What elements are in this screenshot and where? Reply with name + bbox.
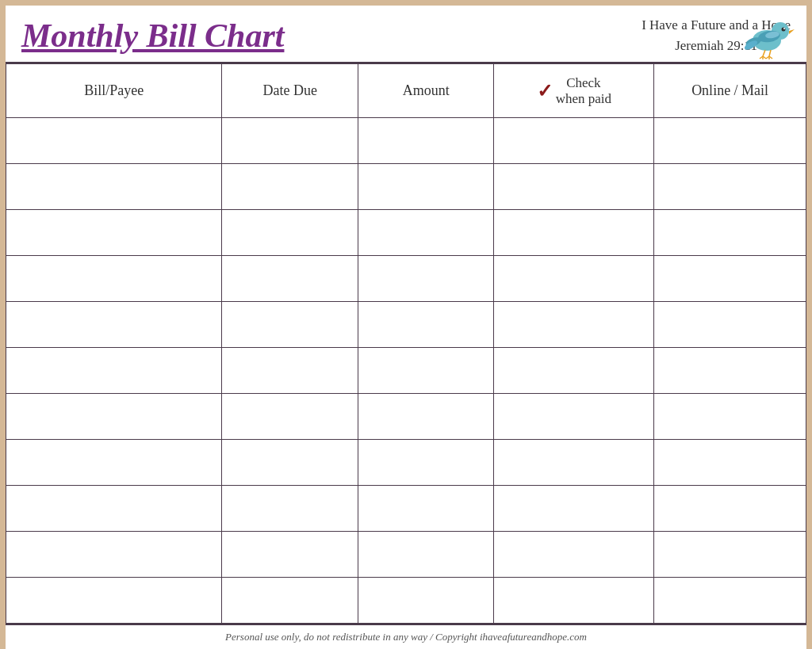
- table-cell[interactable]: [654, 210, 806, 256]
- table-cell[interactable]: [654, 578, 806, 624]
- table-cell[interactable]: [222, 578, 358, 624]
- table-row: [6, 256, 806, 302]
- table-cell[interactable]: [494, 302, 654, 348]
- table-row: [6, 486, 806, 532]
- table-cell[interactable]: [6, 256, 222, 302]
- table-cell[interactable]: [494, 578, 654, 624]
- table-header-row: Bill/Payee Date Due Amount ✓ Check w: [6, 64, 806, 118]
- table-cell[interactable]: [222, 118, 358, 164]
- table-cell[interactable]: [6, 532, 222, 578]
- table-cell[interactable]: [494, 210, 654, 256]
- table-row: [6, 578, 806, 624]
- table-cell[interactable]: [494, 256, 654, 302]
- table-row: [6, 118, 806, 164]
- table-row: [6, 394, 806, 440]
- col-header-check: ✓ Check when paid: [494, 64, 654, 118]
- table-cell[interactable]: [6, 118, 222, 164]
- table-cell[interactable]: [654, 486, 806, 532]
- table-cell[interactable]: [358, 394, 494, 440]
- col-header-amount: Amount: [358, 64, 494, 118]
- table-cell[interactable]: [222, 210, 358, 256]
- title: Monthly Bill Chart: [21, 17, 284, 55]
- table-row: [6, 440, 806, 486]
- svg-point-4: [783, 28, 785, 29]
- table-row: [6, 532, 806, 578]
- table-cell[interactable]: [6, 394, 222, 440]
- table-cell[interactable]: [358, 578, 494, 624]
- table-cell[interactable]: [494, 348, 654, 394]
- header-right: I Have a Future and a Hope Jeremiah 29:1…: [642, 15, 791, 55]
- table-cell[interactable]: [6, 348, 222, 394]
- table-cell[interactable]: [222, 302, 358, 348]
- table-cell[interactable]: [358, 118, 494, 164]
- table-cell[interactable]: [222, 532, 358, 578]
- table-cell[interactable]: [494, 164, 654, 210]
- table-cell[interactable]: [6, 210, 222, 256]
- svg-point-3: [782, 28, 786, 32]
- svg-line-9: [763, 50, 765, 56]
- table-cell[interactable]: [654, 348, 806, 394]
- table-cell[interactable]: [494, 394, 654, 440]
- table-cell[interactable]: [654, 256, 806, 302]
- page: Monthly Bill Chart I Have a Future and a…: [6, 6, 806, 649]
- table-cell[interactable]: [494, 532, 654, 578]
- table-cell[interactable]: [654, 532, 806, 578]
- table-cell[interactable]: [358, 440, 494, 486]
- table-row: [6, 164, 806, 210]
- check-label-line2: when paid: [556, 91, 611, 107]
- table-cell[interactable]: [358, 302, 494, 348]
- svg-line-13: [769, 50, 771, 56]
- header: Monthly Bill Chart I Have a Future and a…: [6, 6, 806, 63]
- table-body: [6, 118, 806, 624]
- table-cell[interactable]: [654, 440, 806, 486]
- table-cell[interactable]: [358, 164, 494, 210]
- table-cell[interactable]: [654, 118, 806, 164]
- table-cell[interactable]: [358, 348, 494, 394]
- table-cell[interactable]: [494, 440, 654, 486]
- table-cell[interactable]: [654, 394, 806, 440]
- col-header-bill: Bill/Payee: [6, 64, 222, 118]
- table-cell[interactable]: [494, 486, 654, 532]
- checkmark-icon: ✓: [537, 82, 553, 101]
- table-cell[interactable]: [6, 164, 222, 210]
- table-cell[interactable]: [6, 486, 222, 532]
- svg-marker-2: [789, 29, 795, 34]
- table-cell[interactable]: [358, 256, 494, 302]
- table-cell[interactable]: [6, 440, 222, 486]
- table-cell[interactable]: [6, 578, 222, 624]
- table-row: [6, 302, 806, 348]
- table-cell[interactable]: [222, 256, 358, 302]
- table-row: [6, 210, 806, 256]
- table-cell[interactable]: [358, 532, 494, 578]
- table-cell[interactable]: [358, 486, 494, 532]
- bird-decoration: [739, 9, 799, 63]
- table-cell[interactable]: [222, 348, 358, 394]
- col-header-date: Date Due: [222, 64, 358, 118]
- table-cell[interactable]: [222, 440, 358, 486]
- table-cell[interactable]: [222, 394, 358, 440]
- table-cell[interactable]: [222, 486, 358, 532]
- page-outer-border: Monthly Bill Chart I Have a Future and a…: [0, 0, 812, 649]
- col-header-online: Online / Mail: [654, 64, 806, 118]
- check-label-line1: Check: [556, 75, 611, 91]
- table-row: [6, 348, 806, 394]
- footer: Personal use only, do not redistribute i…: [6, 624, 806, 649]
- table-cell[interactable]: [494, 118, 654, 164]
- table-cell[interactable]: [358, 210, 494, 256]
- table-cell[interactable]: [654, 302, 806, 348]
- bill-table: Bill/Payee Date Due Amount ✓ Check w: [6, 63, 806, 624]
- table-cell[interactable]: [654, 164, 806, 210]
- table-cell[interactable]: [222, 164, 358, 210]
- table-cell[interactable]: [6, 302, 222, 348]
